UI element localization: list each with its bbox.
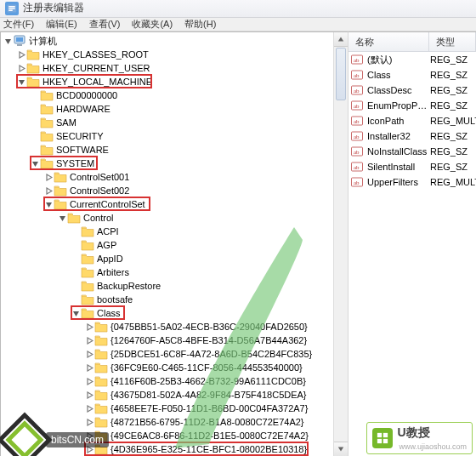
tree-label[interactable]: AppID xyxy=(96,253,124,265)
tree-row[interactable]: SOFTWARE xyxy=(1,143,348,157)
tree-label[interactable]: {43675D81-502A-4A82-9F84-B75F418C5DEA} xyxy=(110,389,308,402)
tree-label[interactable]: {4658EE7E-F050-11D1-B6BD-00C04FA372A7} xyxy=(110,402,309,415)
tree-label[interactable]: CurrentControlSet xyxy=(69,198,146,211)
tree-label[interactable]: SAM xyxy=(55,117,77,129)
tree-label[interactable]: Class xyxy=(96,307,122,320)
tree-row[interactable]: 计算机 xyxy=(1,34,348,48)
value-row[interactable]: abUpperFiltersREG_MULTI_SZ xyxy=(348,174,476,190)
tree-label[interactable]: {1264760F-A5C8-4BFE-B314-D56A7B44A362} xyxy=(110,334,308,347)
tree-row[interactable]: HKEY_LOCAL_MACHINE xyxy=(1,75,348,88)
value-row[interactable]: abEnumPropPag...REG_SZ xyxy=(348,98,476,113)
value-row[interactable]: abClassDescREG_SZ xyxy=(348,83,476,98)
menu-favorites[interactable]: 收藏夹(A) xyxy=(132,18,173,31)
scroll-thumb[interactable] xyxy=(336,48,346,100)
tree-row[interactable]: Control xyxy=(1,211,348,225)
tree-scrollbar[interactable] xyxy=(333,32,348,456)
tree-label[interactable]: HKEY_CURRENT_USER xyxy=(42,62,151,75)
tree-label[interactable]: {36FC9E60-C465-11CF-8056-444553540000} xyxy=(110,362,303,374)
values-list[interactable]: ab(默认)REG_SZabClassREG_SZabClassDescREG_… xyxy=(348,52,476,190)
value-row[interactable]: abClassREG_SZ xyxy=(348,67,476,83)
expander-open-icon[interactable] xyxy=(43,197,54,211)
expander-open-icon[interactable] xyxy=(3,34,13,48)
tree-row[interactable]: AppID xyxy=(1,252,348,265)
tree-row[interactable]: ControlSet001 xyxy=(1,170,348,184)
menu-file[interactable]: 文件(F) xyxy=(3,18,34,31)
expander-closed-icon[interactable] xyxy=(84,402,94,415)
tree-row[interactable]: bootsafe xyxy=(1,293,348,306)
tree-row[interactable]: {36FC9E60-C465-11CF-8056-444553540000} xyxy=(1,361,348,374)
column-type[interactable]: 类型 xyxy=(429,32,476,51)
tree-row[interactable]: ControlSet002 xyxy=(1,184,348,197)
tree-label[interactable]: BackupRestore xyxy=(96,280,162,293)
tree-label[interactable]: {48721B56-6795-11D2-B1A8-0080C72E74A2} xyxy=(110,416,305,429)
tree-row[interactable]: {48721B56-6795-11D2-B1A8-0080C72E74A2} xyxy=(1,415,348,429)
expander-open-icon[interactable] xyxy=(16,75,26,88)
menu-edit[interactable]: 编辑(E) xyxy=(46,18,77,31)
tree-label[interactable]: Control xyxy=(82,212,114,225)
value-row[interactable]: abSilentInstallREG_SZ xyxy=(348,159,476,174)
tree-row[interactable]: SYSTEM xyxy=(1,157,348,170)
menu-view[interactable]: 查看(V) xyxy=(89,18,121,31)
tree-row[interactable]: SECURITY xyxy=(1,129,348,143)
expander-closed-icon[interactable] xyxy=(84,374,94,388)
expander-open-icon[interactable] xyxy=(30,157,40,170)
scroll-up-button[interactable] xyxy=(334,32,348,47)
tree-row[interactable]: SAM xyxy=(1,116,348,129)
expander-closed-icon[interactable] xyxy=(16,48,26,61)
expander-closed-icon[interactable] xyxy=(84,361,94,374)
registry-tree[interactable]: 计算机HKEY_CLASSES_ROOTHKEY_CURRENT_USERHKE… xyxy=(1,32,348,456)
tree-row[interactable]: HARDWARE xyxy=(1,102,348,116)
tree-label[interactable]: ACPI xyxy=(96,225,120,238)
tree-row[interactable]: {25DBCE51-6C8F-4A72-8A6D-B54C2B4FC835} xyxy=(1,347,348,361)
value-row[interactable]: abIconPathREG_MULTI_SZ xyxy=(348,113,476,128)
column-name[interactable]: 名称 xyxy=(348,32,429,51)
tree-label[interactable]: BCD00000000 xyxy=(55,89,118,102)
expander-open-icon[interactable] xyxy=(71,306,81,320)
expander-closed-icon[interactable] xyxy=(84,429,94,442)
tree-label[interactable]: ControlSet002 xyxy=(69,185,130,197)
tree-label[interactable]: {4D36E965-E325-11CE-BFC1-08002BE10318} xyxy=(110,443,308,456)
tree-label[interactable]: 计算机 xyxy=(28,35,58,48)
tree-label[interactable]: HKEY_CLASSES_ROOT xyxy=(42,48,150,61)
expander-open-icon[interactable] xyxy=(57,211,67,225)
expander-closed-icon[interactable] xyxy=(84,320,94,333)
tree-label[interactable]: SECURITY xyxy=(55,130,105,143)
tree-label[interactable]: {49CE6AC8-6F86-11D2-B1E5-0080C72E74A2} xyxy=(110,430,309,442)
tree-label[interactable]: {25DBCE51-6C8F-4A72-8A6D-B54C2B4FC835} xyxy=(110,348,313,361)
tree-row[interactable]: {4658EE7E-F050-11D1-B6BD-00C04FA372A7} xyxy=(1,402,348,415)
value-row[interactable]: abNoInstallClassREG_SZ xyxy=(348,144,476,159)
tree-row[interactable]: {43675D81-502A-4A82-9F84-B75F418C5DEA} xyxy=(1,388,348,402)
expander-closed-icon[interactable] xyxy=(16,61,26,75)
tree-label[interactable]: {0475BB51-5A02-4ECB-B36C-29040FAD2650} xyxy=(110,321,309,333)
tree-label[interactable]: ControlSet001 xyxy=(69,171,130,184)
tree-row[interactable]: HKEY_CLASSES_ROOT xyxy=(1,48,348,61)
expander-closed-icon[interactable] xyxy=(84,347,94,361)
expander-closed-icon[interactable] xyxy=(43,184,54,197)
value-row[interactable]: ab(默认)REG_SZ xyxy=(348,52,476,67)
expander-closed-icon[interactable] xyxy=(43,170,54,184)
tree-row[interactable]: {4D36E965-E325-11CE-BFC1-08002BE10318} xyxy=(1,442,348,456)
tree-row[interactable]: HKEY_CURRENT_USER xyxy=(1,61,348,75)
tree-row[interactable]: Class xyxy=(1,306,348,320)
tree-label[interactable]: HARDWARE xyxy=(55,103,111,116)
tree-row[interactable]: BCD00000000 xyxy=(1,88,348,102)
tree-row[interactable]: {4116F60B-25B3-4662-B732-99A6111CDC0B} xyxy=(1,374,348,388)
expander-closed-icon[interactable] xyxy=(84,415,94,429)
tree-row[interactable]: AGP xyxy=(1,238,348,252)
value-row[interactable]: abInstaller32REG_SZ xyxy=(348,128,476,144)
scroll-down-button[interactable] xyxy=(334,442,348,456)
tree-row[interactable]: {0475BB51-5A02-4ECB-B36C-29040FAD2650} xyxy=(1,320,348,333)
tree-label[interactable]: SYSTEM xyxy=(55,157,95,170)
tree-label[interactable]: AGP xyxy=(96,239,117,252)
tree-row[interactable]: {49CE6AC8-6F86-11D2-B1E5-0080C72E74A2} xyxy=(1,429,348,442)
tree-label[interactable]: {4116F60B-25B3-4662-B732-99A6111CDC0B} xyxy=(110,375,307,388)
expander-closed-icon[interactable] xyxy=(84,333,94,347)
tree-row[interactable]: Arbiters xyxy=(1,265,348,279)
tree-row[interactable]: ACPI xyxy=(1,225,348,238)
tree-row[interactable]: {1264760F-A5C8-4BFE-B314-D56A7B44A362} xyxy=(1,333,348,347)
tree-label[interactable]: HKEY_LOCAL_MACHINE xyxy=(42,76,153,88)
tree-label[interactable]: Arbiters xyxy=(96,266,130,279)
menu-help[interactable]: 帮助(H) xyxy=(184,18,216,31)
tree-row[interactable]: CurrentControlSet xyxy=(1,197,348,211)
expander-closed-icon[interactable] xyxy=(84,388,94,402)
